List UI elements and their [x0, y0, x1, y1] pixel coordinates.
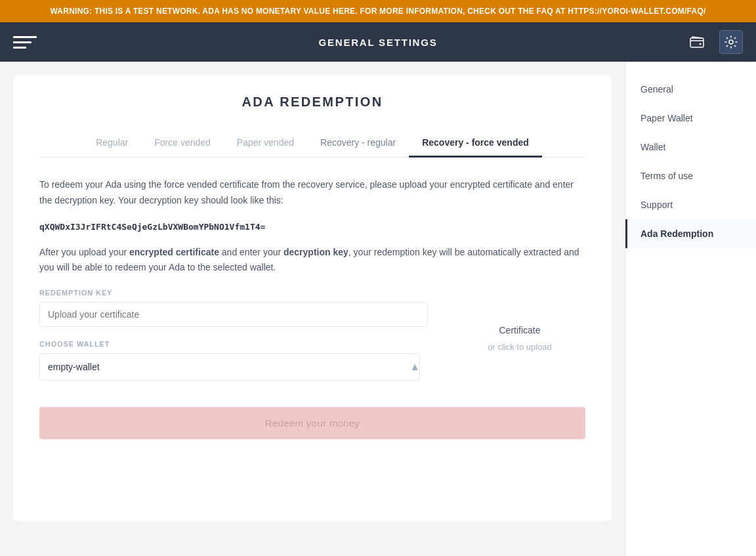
svg-point-2 [729, 40, 733, 44]
desc-bold2: decryption key [284, 247, 348, 257]
content-card: ADA REDEMPTION Regular Force vended Pape… [13, 75, 612, 521]
upload-text: or click to upload [488, 342, 552, 352]
choose-wallet-label: CHOOSE WALLET [39, 340, 428, 348]
layout: ADA REDEMPTION Regular Force vended Pape… [0, 62, 756, 556]
sidebar-item-general[interactable]: General [625, 75, 756, 104]
header-title: GENERAL SETTINGS [318, 37, 437, 48]
choose-wallet-group: CHOOSE WALLET empty-wallet ▲ [39, 340, 428, 381]
tab-force-vended[interactable]: Force vended [141, 129, 224, 158]
tab-recovery-regular[interactable]: Recovery - regular [307, 129, 409, 158]
description-line2: After you upload your encrypted certific… [39, 245, 585, 276]
sidebar-item-support[interactable]: Support [625, 190, 756, 219]
header-icons [685, 30, 743, 54]
header: GENERAL SETTINGS [0, 22, 756, 62]
certificate-upload-area[interactable]: Certificate or click to upload [454, 289, 585, 387]
warning-link[interactable]: HTTPS://YOROI-WALLET.COM/FAQ/ [568, 7, 705, 16]
wallet-icon-button[interactable] [685, 30, 709, 54]
tab-paper-vended[interactable]: Paper vended [224, 129, 307, 158]
redemption-key-label: REDEMPTION KEY [39, 289, 428, 297]
desc-prefix: After you upload your [39, 247, 129, 257]
settings-icon-button[interactable] [719, 30, 743, 54]
warning-text: WARNING: THIS IS A TEST NETWORK. ADA HAS… [50, 7, 568, 16]
form-left: REDEMPTION KEY CHOOSE WALLET empty-walle… [39, 289, 428, 394]
wallet-icon [690, 35, 704, 49]
redemption-key-input[interactable] [39, 302, 428, 327]
settings-icon [724, 35, 738, 49]
sidebar-item-ada-redemption[interactable]: Ada Redemption [625, 219, 756, 248]
sidebar-item-wallet[interactable]: Wallet [625, 133, 756, 161]
redemption-key-group: REDEMPTION KEY [39, 289, 428, 327]
redeem-button[interactable]: Redeem your money [39, 407, 585, 439]
main-content: ADA REDEMPTION Regular Force vended Pape… [0, 62, 625, 556]
key-example: qXQWDxI3JrIFRtC4SeQjeGzLbVXWBomYPbNO1Vfm… [39, 222, 585, 232]
logo-line-3 [13, 47, 26, 49]
page-title: ADA REDEMPTION [39, 95, 585, 110]
svg-rect-0 [690, 38, 704, 47]
warning-banner: WARNING: THIS IS A TEST NETWORK. ADA HAS… [0, 0, 756, 22]
form-layout: REDEMPTION KEY CHOOSE WALLET empty-walle… [39, 289, 585, 394]
wallet-select[interactable]: empty-wallet [39, 353, 420, 381]
desc-mid: and enter your [219, 247, 284, 257]
logo-line-2 [13, 41, 32, 43]
svg-point-1 [700, 43, 702, 45]
certificate-label: Certificate [499, 325, 540, 335]
logo-line-1 [13, 36, 37, 38]
sidebar: General Paper Wallet Wallet Terms of use… [625, 62, 756, 556]
wallet-select-wrapper: empty-wallet ▲ [39, 353, 428, 381]
sidebar-item-paper-wallet[interactable]: Paper Wallet [625, 104, 756, 133]
desc-bold1: encrypted certificate [129, 247, 219, 257]
description-line1: To redeem your Ada using the force vende… [39, 177, 585, 209]
tabs: Regular Force vended Paper vended Recove… [39, 129, 585, 158]
logo [13, 30, 37, 54]
tab-recovery-force-vended[interactable]: Recovery - force vended [409, 129, 542, 158]
certificate-area: Certificate or click to upload [488, 325, 552, 352]
tab-regular[interactable]: Regular [83, 129, 141, 158]
sidebar-item-terms[interactable]: Terms of use [625, 161, 756, 190]
logo-mark [13, 30, 37, 54]
